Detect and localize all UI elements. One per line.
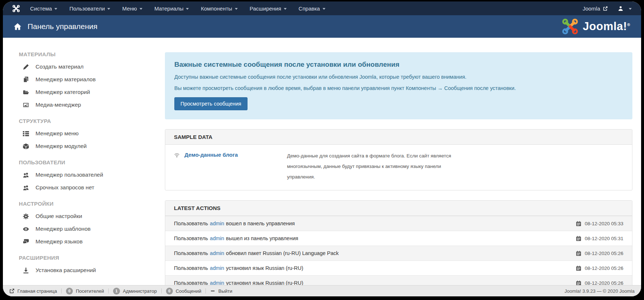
chevron-down-icon [284, 8, 287, 10]
action-user-link[interactable]: admin [210, 221, 224, 226]
image-icon [23, 102, 29, 108]
action-user-link[interactable]: admin [210, 280, 224, 285]
sidebar-section-extensions: РАСШИРЕНИЯ [19, 255, 165, 261]
sidebar-item-label: Менеджер категорий [36, 89, 90, 95]
sidebar-item-label: Медиа-менеджер [36, 102, 81, 108]
sidebar-item-label: Менеджер шаблонов [36, 226, 91, 232]
menu-extensions[interactable]: Расширения [250, 5, 287, 12]
sidebar-item-menu-manager[interactable]: Менеджер меню [19, 130, 165, 137]
action-row: Пользователь admin вышел из панель управ… [165, 231, 632, 246]
sidebar-item-category-manager[interactable]: Менеджер категорий [19, 89, 165, 95]
action-user-link[interactable]: admin [210, 235, 224, 241]
page-title: Панель управления [28, 22, 97, 31]
messages-status[interactable]: 0 Сообщений [166, 288, 201, 295]
comments-icon [23, 239, 29, 245]
copy-icon [23, 77, 29, 83]
wifi-icon [174, 152, 180, 158]
sidebar-item-label: Менеджер меню [36, 130, 79, 137]
sidebar-item-article-manager[interactable]: Менеджер материалов [19, 76, 165, 83]
calendar-icon [576, 221, 581, 226]
visitors-status[interactable]: 0 Посетителей [66, 288, 104, 295]
alert-line2: Вы можете просмотреть сообщения в любое … [174, 85, 623, 91]
sidebar-item-label: Менеджер пользователей [36, 172, 103, 178]
joomla-brand: Joomla!® [562, 18, 630, 35]
sample-data-row: Демо-данные блога Демо-данные для создан… [165, 145, 632, 190]
action-timestamp: 08-12-2020 05:33 [585, 221, 623, 226]
sidebar: МАТЕРИАЛЫ Создать материал Менеджер мате… [3, 38, 165, 285]
menu-users[interactable]: Пользователи [69, 5, 110, 12]
separator [108, 288, 109, 293]
sample-data-header: SAMPLE DATA [165, 130, 632, 145]
menu-components[interactable]: Компоненты [201, 5, 237, 12]
review-messages-button[interactable]: Просмотреть сообщения [174, 97, 248, 110]
menu-content-label: Материалы [154, 5, 183, 12]
action-prefix: Пользователь [174, 280, 208, 285]
sidebar-item-module-manager[interactable]: Менеджер модулей [19, 143, 165, 149]
menu-menus[interactable]: Меню [122, 5, 142, 12]
view-site-link[interactable]: Joomla [583, 5, 608, 12]
chevron-down-icon [235, 8, 238, 10]
separator [205, 288, 206, 293]
menu-content[interactable]: Материалы [154, 5, 189, 12]
sidebar-item-pending-requests[interactable]: Срочных запросов нет [19, 184, 165, 191]
menu-help[interactable]: Справка [299, 5, 325, 12]
action-row: Пользователь admin вошел в панель управл… [165, 216, 632, 231]
admins-status[interactable]: 1 Администратор [113, 288, 157, 295]
blog-sample-data-link[interactable]: Демо-данные блога [184, 152, 238, 158]
messages-label: Сообщений [176, 288, 201, 294]
sidebar-item-install-extensions[interactable]: Установка расширений [19, 267, 165, 274]
separator [161, 288, 162, 293]
visitors-count-badge: 0 [66, 288, 73, 295]
sidebar-item-new-article[interactable]: Создать материал [19, 63, 165, 70]
joomla-mini-logo-icon [12, 5, 20, 12]
joomla-admin-window: Система Пользователи Меню Материалы Комп… [3, 1, 641, 296]
sidebar-item-label: Менеджер языков [36, 238, 83, 245]
version-text: Joomla! 3.9.23 — © 2020 Joomla [565, 288, 635, 294]
pencil-icon [23, 64, 29, 70]
status-bar: Главная страница 0 Посетителей 1 Админис… [3, 285, 641, 296]
view-site-footer-link[interactable]: Главная страница [9, 288, 57, 294]
sample-data-description: Демо-данные для создания сайта в формате… [287, 151, 465, 182]
home-icon[interactable] [14, 23, 21, 30]
action-text: вышел из панель управления [226, 235, 298, 241]
admins-count-badge: 1 [113, 288, 120, 295]
menu-help-label: Справка [299, 5, 320, 12]
user-account-menu[interactable] [618, 6, 632, 11]
menu-system[interactable]: Система [30, 5, 57, 12]
messages-count-badge: 0 [166, 288, 173, 295]
sidebar-item-global-config[interactable]: Общие настройки [19, 213, 165, 219]
action-prefix: Пользователь [174, 250, 208, 256]
registered-mark: ® [627, 22, 630, 27]
logout-link[interactable]: Выйти [210, 288, 232, 294]
menu-system-label: Система [30, 5, 52, 12]
calendar-icon [576, 266, 581, 271]
chevron-down-icon [629, 8, 632, 10]
action-user-link[interactable]: admin [210, 250, 224, 256]
action-text: вошел в панель управления [226, 221, 295, 226]
calendar-icon [576, 236, 581, 241]
action-row: Пользователь admin установил язык Russia… [165, 260, 632, 275]
menu-menus-label: Меню [122, 5, 137, 12]
user-icon [618, 6, 623, 11]
joomla-wordmark: Joomla!® [583, 20, 630, 33]
page-header: Панель управления Joomla!® [3, 15, 641, 38]
calendar-icon [576, 251, 581, 256]
external-link-icon [603, 6, 608, 11]
action-timestamp: 08-12-2020 05:31 [585, 236, 623, 241]
list-icon [23, 131, 29, 137]
sidebar-item-language-manager[interactable]: Менеджер языков [19, 238, 165, 245]
sidebar-item-user-manager[interactable]: Менеджер пользователей [19, 172, 165, 178]
action-user-link[interactable]: admin [210, 265, 224, 271]
cube-icon [23, 143, 29, 149]
sidebar-item-label: Создать материал [36, 63, 84, 70]
action-text: установил язык Russian (ru-RU) [226, 280, 303, 285]
action-timestamp: 08-12-2020 05:26 [585, 280, 623, 285]
action-prefix: Пользователь [174, 265, 208, 271]
view-site-footer-label: Главная страница [17, 288, 57, 294]
menu-components-label: Компоненты [201, 5, 232, 12]
content-area: МАТЕРИАЛЫ Создать материал Менеджер мате… [3, 38, 641, 285]
sidebar-item-media-manager[interactable]: Медиа-менеджер [19, 102, 165, 108]
sidebar-item-label: Менеджер модулей [36, 143, 87, 149]
sidebar-item-template-manager[interactable]: Менеджер шаблонов [19, 226, 165, 232]
action-timestamp: 08-12-2020 05:26 [585, 266, 623, 271]
